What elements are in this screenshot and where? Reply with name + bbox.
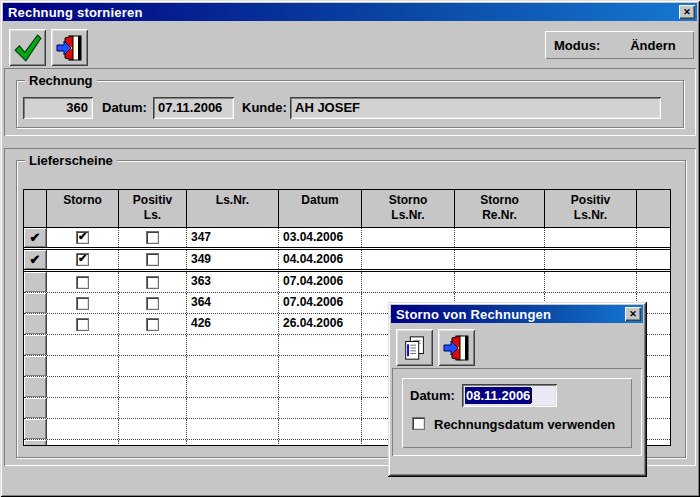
- positiv-checkbox[interactable]: ✔: [146, 297, 159, 310]
- positiv-cell[interactable]: [119, 419, 187, 439]
- lsnr-cell[interactable]: [187, 377, 279, 397]
- positiv-cell[interactable]: [119, 398, 187, 418]
- lsnr-cell[interactable]: 363: [187, 272, 279, 292]
- datum-cell[interactable]: 07.04.2006: [279, 293, 362, 313]
- storno-lsnr-cell[interactable]: [362, 250, 455, 269]
- rechnung-datum-field[interactable]: 07.11.2006: [153, 97, 234, 119]
- filler-cell[interactable]: [637, 250, 670, 269]
- datum-cell[interactable]: [279, 335, 362, 355]
- lsnr-cell[interactable]: [187, 335, 279, 355]
- column-header[interactable]: [637, 190, 670, 227]
- main-titlebar[interactable]: Rechnung stornieren: [3, 3, 697, 21]
- datum-cell[interactable]: 26.04.2006: [279, 314, 362, 334]
- row-selector[interactable]: [24, 293, 47, 313]
- lsnr-cell[interactable]: 347: [187, 228, 279, 247]
- apply-storno-button[interactable]: [396, 329, 433, 366]
- filler-cell[interactable]: [637, 272, 670, 292]
- storno-renr-cell[interactable]: [455, 272, 545, 292]
- storno-checkbox[interactable]: ✔: [76, 297, 89, 310]
- storno-dialog-close-button[interactable]: ✕: [625, 307, 641, 321]
- row-selector[interactable]: [24, 314, 47, 334]
- storno-lsnr-cell[interactable]: [362, 228, 455, 247]
- storno-cell[interactable]: [47, 440, 119, 445]
- storno-cell[interactable]: [47, 398, 119, 418]
- column-header[interactable]: Datum: [279, 190, 362, 227]
- storno-cell[interactable]: [47, 335, 119, 355]
- row-selector[interactable]: [24, 440, 47, 445]
- storno-checkbox[interactable]: ✔: [76, 318, 89, 331]
- positiv-checkbox[interactable]: ✔: [146, 253, 159, 266]
- positiv-lsnr-cell[interactable]: [545, 272, 637, 292]
- datum-cell[interactable]: 03.04.2006: [279, 228, 362, 247]
- column-header[interactable]: StornoLs.Nr.: [362, 190, 455, 227]
- storno-checkbox[interactable]: ✔: [76, 231, 89, 244]
- storno-cell[interactable]: [47, 419, 119, 439]
- storno-cell[interactable]: [47, 377, 119, 397]
- row-selector[interactable]: [24, 272, 47, 292]
- column-header[interactable]: PositivLs.Nr.: [545, 190, 637, 227]
- positiv-cell[interactable]: [119, 335, 187, 355]
- lsnr-cell[interactable]: 364: [187, 293, 279, 313]
- row-selector[interactable]: [24, 377, 47, 397]
- positiv-checkbox[interactable]: ✔: [146, 276, 159, 289]
- lsnr-cell[interactable]: [187, 398, 279, 418]
- rechnungsdatum-checkbox-label[interactable]: Rechnungsdatum verwenden: [434, 417, 615, 432]
- lsnr-cell[interactable]: [187, 419, 279, 439]
- positiv-lsnr-cell[interactable]: [545, 250, 637, 269]
- datum-cell[interactable]: 07.04.2006: [279, 272, 362, 292]
- storno-renr-cell[interactable]: [455, 228, 545, 247]
- positiv-cell[interactable]: ✔: [119, 272, 187, 292]
- positiv-cell[interactable]: [119, 440, 187, 445]
- rechnungsdatum-checkbox[interactable]: ✔: [412, 417, 425, 430]
- datum-cell[interactable]: [279, 398, 362, 418]
- storno-cell[interactable]: ✔: [47, 272, 119, 292]
- positiv-cell[interactable]: ✔: [119, 293, 187, 313]
- table-row[interactable]: ✔✔✔34703.04.2006: [24, 228, 670, 250]
- lsnr-cell[interactable]: [187, 440, 279, 445]
- positiv-lsnr-cell[interactable]: [545, 228, 637, 247]
- table-row[interactable]: ✔✔36307.04.2006: [24, 272, 670, 293]
- row-selector[interactable]: ✔: [24, 228, 47, 247]
- datum-cell[interactable]: [279, 377, 362, 397]
- positiv-cell[interactable]: ✔: [119, 314, 187, 334]
- positiv-checkbox[interactable]: ✔: [146, 318, 159, 331]
- rechnung-nummer-field[interactable]: 360: [23, 97, 93, 119]
- row-selector[interactable]: [24, 356, 47, 376]
- positiv-cell[interactable]: [119, 356, 187, 376]
- positiv-cell[interactable]: ✔: [119, 228, 187, 247]
- column-header[interactable]: StornoRe.Nr.: [455, 190, 545, 227]
- storno-renr-cell[interactable]: [455, 250, 545, 269]
- table-row[interactable]: ✔✔✔34904.04.2006: [24, 250, 670, 272]
- datum-cell[interactable]: [279, 440, 362, 445]
- storno-cell[interactable]: [47, 356, 119, 376]
- positiv-cell[interactable]: [119, 377, 187, 397]
- column-header[interactable]: Ls.Nr.: [187, 190, 279, 227]
- storno-lsnr-cell[interactable]: [362, 272, 455, 292]
- row-selector[interactable]: ✔: [24, 250, 47, 269]
- datum-cell[interactable]: [279, 356, 362, 376]
- storno-checkbox[interactable]: ✔: [76, 276, 89, 289]
- datum-cell[interactable]: 04.04.2006: [279, 250, 362, 269]
- datum-cell[interactable]: [279, 419, 362, 439]
- storno-cell[interactable]: ✔: [47, 228, 119, 247]
- filler-cell[interactable]: [637, 228, 670, 247]
- row-selector[interactable]: [24, 398, 47, 418]
- lsnr-cell[interactable]: 349: [187, 250, 279, 269]
- column-header[interactable]: PositivLs.: [119, 190, 187, 227]
- row-selector[interactable]: [24, 419, 47, 439]
- storno-datum-field[interactable]: 08.11.2006: [462, 384, 557, 407]
- rechnung-kunde-field[interactable]: AH JOSEF: [290, 97, 661, 119]
- positiv-cell[interactable]: ✔: [119, 250, 187, 269]
- column-header[interactable]: Storno: [47, 190, 119, 227]
- storno-checkbox[interactable]: ✔: [76, 253, 89, 266]
- lsnr-cell[interactable]: [187, 356, 279, 376]
- row-selector[interactable]: [24, 335, 47, 355]
- storno-cell[interactable]: ✔: [47, 314, 119, 334]
- exit-button[interactable]: [51, 29, 88, 66]
- storno-dialog-titlebar[interactable]: Storno von Rechnungen: [391, 305, 643, 323]
- lsnr-cell[interactable]: 426: [187, 314, 279, 334]
- confirm-button[interactable]: [9, 29, 46, 66]
- storno-dialog-exit-button[interactable]: [438, 329, 475, 366]
- positiv-checkbox[interactable]: ✔: [146, 231, 159, 244]
- column-header[interactable]: [24, 190, 47, 227]
